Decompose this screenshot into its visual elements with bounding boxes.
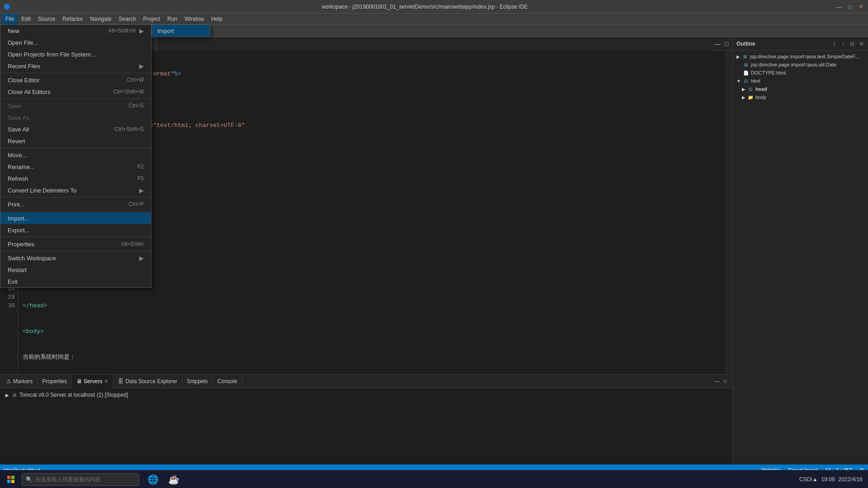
arrow-icon-body: ▶	[742, 95, 745, 100]
sep-4	[0, 197, 151, 197]
tab-servers[interactable]: 🖥 Servers ✕	[72, 375, 113, 388]
menu-item-save-all[interactable]: Save All Ctrl+Shift+S	[0, 123, 151, 135]
menu-refactor[interactable]: Refactor	[59, 14, 86, 24]
taskbar-apps: 🌐 ☕	[143, 471, 184, 488]
menu-item-close-all[interactable]: Close All Editors Ctrl+Shift+W	[0, 86, 151, 98]
tab-snippets[interactable]: Snippets	[182, 375, 213, 388]
tab-markers[interactable]: ⚠ Markers	[2, 375, 38, 388]
outline-item-doctype[interactable]: 📄 DOCTYPE:html	[735, 69, 866, 77]
outline-panel-header: Outline ⟨ ↕ ⊟ ✕	[733, 37, 868, 51]
start-button[interactable]	[2, 471, 20, 488]
move-label: Move...	[8, 152, 144, 159]
close-button[interactable]: ✕	[857, 3, 864, 10]
convert-label: Convert Line Delimiters To	[8, 187, 136, 194]
menu-item-save-as[interactable]: Save As...	[0, 112, 151, 123]
minimize-button[interactable]: —	[835, 3, 843, 10]
menu-item-move[interactable]: Move...	[0, 149, 151, 161]
menu-item-import[interactable]: Import...	[0, 212, 151, 224]
menu-item-close-editor[interactable]: Close Editor Ctrl+W	[0, 74, 151, 86]
tab-datasource[interactable]: 🗄 Data Source Explorer	[113, 375, 182, 388]
browser-icon: 🌐	[147, 474, 159, 485]
outline-item-directive2[interactable]: ⊞ jsp:directive.page import=java.util.Da…	[735, 61, 866, 69]
save-label: Save	[8, 103, 119, 109]
close-editor-shortcut: Ctrl+W	[127, 77, 144, 83]
outline-label-directive2: jsp:directive.page import=java.util.Date	[751, 62, 836, 67]
menu-help[interactable]: Help	[208, 14, 226, 24]
tab-console[interactable]: Console	[213, 375, 242, 388]
menu-item-restart[interactable]: Restart	[0, 264, 151, 276]
svg-rect-0	[7, 476, 10, 479]
editor-scrollbar[interactable]	[726, 51, 732, 374]
save-as-label: Save As...	[8, 114, 144, 121]
taskbar-search-box[interactable]: 🔍	[22, 473, 139, 486]
menu-edit[interactable]: Edit	[18, 14, 34, 24]
min-editor-btn[interactable]: —	[713, 40, 722, 48]
menu-item-properties[interactable]: Properties Alt+Enter	[0, 238, 151, 250]
window-controls[interactable]: — □ ✕	[835, 3, 864, 10]
menu-item-revert[interactable]: Revert	[0, 135, 151, 147]
menu-item-switch-workspace[interactable]: Switch Workspace ▶	[0, 252, 151, 264]
bottom-content: ▶ 🖥 Tomcat v9.0 Server at localhost (2) …	[0, 388, 732, 465]
servers-icon: 🖥	[76, 378, 82, 385]
menu-item-recent-files[interactable]: Recent Files ▶	[0, 60, 151, 72]
menu-item-open-file[interactable]: Open File...	[0, 37, 151, 48]
outline-collapse-btn[interactable]: ⟨	[830, 40, 838, 48]
taskbar-app-browser[interactable]: 🌐	[143, 471, 163, 488]
outline-hide-btn[interactable]: ⊟	[848, 40, 856, 48]
import-submenu-item[interactable]: Import	[152, 25, 210, 37]
menu-source[interactable]: Source	[34, 14, 59, 24]
menu-item-rename[interactable]: Rename... F2	[0, 161, 151, 173]
tab-properties[interactable]: Properties	[38, 375, 72, 388]
outline-sort-btn[interactable]: ↕	[839, 40, 847, 48]
html-icon: ⊡	[743, 78, 749, 84]
menu-item-new[interactable]: New Alt+Shift+N ▶	[0, 25, 151, 37]
maximize-button[interactable]: □	[846, 3, 854, 10]
outline-item-directive1[interactable]: ▶ ⊞ jsp:directive.page import=java.text.…	[735, 52, 866, 61]
tab-label-console: Console	[217, 378, 237, 385]
server-item-tomcat[interactable]: ▶ 🖥 Tomcat v9.0 Server at localhost (2) …	[4, 390, 729, 400]
menu-search[interactable]: Search	[115, 14, 140, 24]
menu-navigate[interactable]: Navigate	[86, 14, 115, 24]
tab-servers-close[interactable]: ✕	[104, 378, 108, 385]
menu-item-convert[interactable]: Convert Line Delimiters To ▶	[0, 184, 151, 196]
menu-file[interactable]: File	[2, 14, 18, 24]
taskbar-search-input[interactable]	[35, 476, 126, 483]
menu-item-refresh[interactable]: Refresh F5	[0, 173, 151, 184]
tab-label-properties: Properties	[42, 378, 67, 385]
bottom-panel: ⚠ Markers Properties 🖥 Servers ✕ 🗄 Data …	[0, 374, 732, 465]
directive-icon-2: ⊞	[743, 61, 749, 68]
outline-panel: Outline ⟨ ↕ ⊟ ✕ ▶ ⊞ jsp:directive.page i…	[732, 37, 868, 465]
server-status-icon: 🖥	[12, 392, 17, 398]
menu-project[interactable]: Project	[140, 14, 164, 24]
menu-run[interactable]: Run	[164, 14, 181, 24]
close-all-shortcut: Ctrl+Shift+W	[113, 89, 144, 95]
open-file-label: Open File...	[8, 39, 144, 46]
sep-7	[0, 251, 151, 251]
max-editor-btn[interactable]: □	[722, 40, 731, 48]
arrow-icon-1: ▶	[736, 54, 740, 59]
outline-title: Outline	[736, 41, 827, 47]
outline-close-btn[interactable]: ✕	[859, 40, 864, 47]
bottom-minimize-btn[interactable]: —	[713, 378, 721, 385]
menu-item-exit[interactable]: Exit	[0, 276, 151, 287]
outline-item-head[interactable]: ▶ ⊡ head	[735, 85, 866, 93]
sep-6	[0, 237, 151, 237]
import-submenu: Import	[151, 24, 210, 37]
save-all-label: Save All	[8, 126, 105, 133]
print-shortcut: Ctrl+P	[128, 201, 144, 207]
new-arrow-icon: ▶	[139, 28, 144, 34]
svg-rect-1	[11, 476, 14, 479]
menu-item-export[interactable]: Export...	[0, 224, 151, 236]
outline-item-html[interactable]: ▼ ⊡ html	[735, 77, 866, 85]
menu-item-print[interactable]: Print... Ctrl+P	[0, 198, 151, 210]
outline-item-body[interactable]: ▶ 📁 body	[735, 93, 866, 101]
taskbar-date: 2022/4/16	[839, 476, 863, 483]
menu-item-open-projects[interactable]: Open Projects from File System...	[0, 48, 151, 60]
arrow-icon-head: ▶	[742, 87, 745, 92]
menu-window[interactable]: Window	[181, 14, 208, 24]
menu-item-save[interactable]: Save Ctrl+S	[0, 100, 151, 112]
outline-label-head: head	[755, 86, 767, 92]
sep-5	[0, 211, 151, 211]
bottom-maximize-btn[interactable]: □	[722, 378, 729, 385]
taskbar-app-eclipse[interactable]: ☕	[164, 471, 184, 488]
